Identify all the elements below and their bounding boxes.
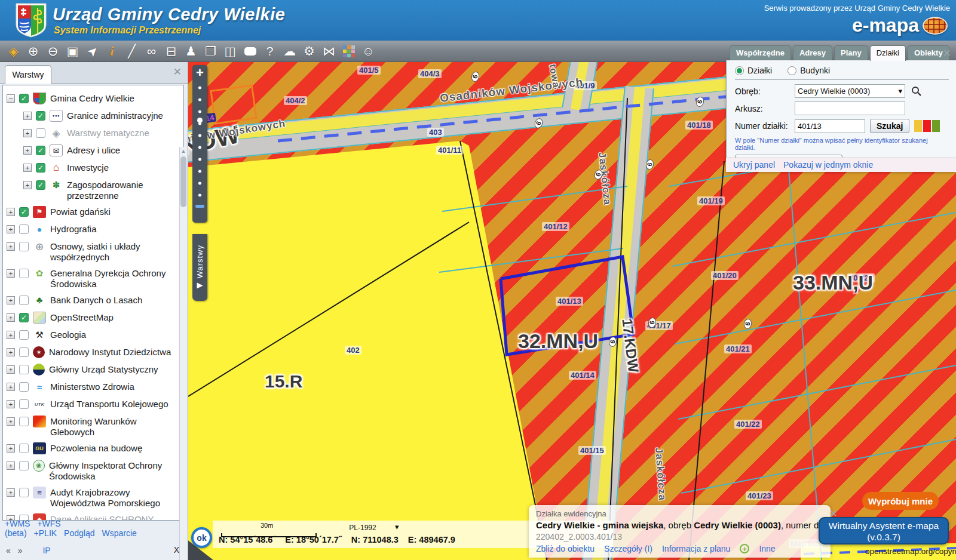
layer-row[interactable]: +≋Audyt Krajobrazowy Województwa Pomorsk… <box>3 484 183 511</box>
popup-link[interactable]: Informacja z planu <box>662 544 730 553</box>
tab-adresy[interactable]: Adresy <box>793 45 832 60</box>
legend-swatch[interactable] <box>932 120 940 132</box>
layer-row[interactable]: +♣Bank Danych o Lasach <box>3 292 183 309</box>
layer-checkbox[interactable] <box>19 488 29 497</box>
zoom-in-button[interactable]: ⊕ <box>23 42 43 61</box>
layer-row[interactable]: +Główny Urząd Statystyczny <box>3 361 183 379</box>
ok-button[interactable]: ok <box>191 527 212 548</box>
layer-row[interactable]: +GUPozwolenia na budowę <box>3 440 183 457</box>
layer-checkbox[interactable]: ✓ <box>19 94 29 103</box>
crs-chevron-icon[interactable]: ▾ <box>395 522 399 531</box>
help-button[interactable]: ? <box>260 42 280 61</box>
layer-row[interactable]: +◈Warstwy tematyczne <box>3 125 183 142</box>
search-icon[interactable] <box>911 86 921 96</box>
layer-row[interactable]: +UTKUrząd Transportu Kolejowego <box>3 396 183 413</box>
expander-plus-icon[interactable]: + <box>7 313 15 322</box>
footer-link[interactable]: Podgląd <box>64 528 94 538</box>
ip-link[interactable]: IP <box>42 546 50 555</box>
szukaj-button[interactable]: Szukaj <box>870 119 909 133</box>
popup-link[interactable]: Inne <box>759 544 775 553</box>
tab-plany[interactable]: Plany <box>834 45 868 60</box>
numer-dzialki-input[interactable] <box>795 119 865 133</box>
expander-plus-icon[interactable]: + <box>7 444 15 453</box>
layout-button[interactable]: ◫ <box>220 42 240 61</box>
cloud-button[interactable]: ☁ <box>280 42 299 61</box>
layer-row[interactable]: +≈Ministerstwo Zdrowia <box>3 379 183 396</box>
arkusz-input[interactable] <box>795 101 905 115</box>
sidebar-bottom-close[interactable]: X <box>174 545 179 555</box>
expander-plus-icon[interactable]: + <box>7 417 15 426</box>
expander-plus-icon[interactable]: + <box>23 129 32 137</box>
scrollbar-thumb[interactable] <box>180 156 186 207</box>
layer-row[interactable]: +⊕Osnowy, siatki i układy współrzędnych <box>3 238 183 265</box>
obreb-select[interactable]: Cedry Wielkie (0003) ▾ <box>795 84 905 98</box>
expander-minus-icon[interactable]: − <box>7 94 15 103</box>
layer-row[interactable]: +✓✉Adresy i ulice <box>3 142 183 159</box>
expander-plus-icon[interactable]: + <box>7 461 15 470</box>
layer-checkbox[interactable] <box>19 382 29 392</box>
legend-swatch[interactable] <box>914 120 922 132</box>
expander-plus-icon[interactable]: + <box>7 400 15 408</box>
expander-plus-icon[interactable]: + <box>7 225 15 233</box>
layer-row[interactable]: +✓⌂Inwestycje <box>3 159 183 177</box>
layer-checkbox[interactable] <box>19 461 29 470</box>
layers-button[interactable]: ◈ <box>4 42 23 61</box>
footer-link[interactable]: +WMS <box>5 519 30 528</box>
layer-row[interactable]: +Monitoring Warunków Glebowych <box>3 413 183 440</box>
cursor-button[interactable]: ➤ <box>82 42 102 61</box>
footer-link[interactable]: Wsparcie <box>102 528 137 538</box>
palette-button[interactable] <box>339 42 358 61</box>
layer-checkbox[interactable]: ✓ <box>36 180 45 190</box>
layer-checkbox[interactable] <box>19 347 29 357</box>
layer-checkbox[interactable] <box>19 242 29 251</box>
crs-selector[interactable]: PL-1992 <box>330 524 396 532</box>
popup-link[interactable]: Szczegóły (I) <box>604 544 652 553</box>
panel-link[interactable]: Pokazuj w jednym oknie <box>783 160 873 170</box>
expander-plus-icon[interactable]: + <box>23 112 32 120</box>
link-button[interactable]: ∞ <box>142 42 161 61</box>
virtual-assistant-button[interactable]: Wirtualny Asystent e-mapa (v.0.3.7) <box>819 517 949 544</box>
layer-checkbox[interactable] <box>19 444 29 453</box>
layers-collapse-tab[interactable]: ◀ Warstwy <box>192 234 207 301</box>
radio-budynki[interactable] <box>788 66 796 75</box>
legend-swatch[interactable] <box>923 120 931 132</box>
zoom-control[interactable]: + <box>192 65 207 223</box>
zoom-slider-handle[interactable] <box>197 118 203 123</box>
layer-checkbox[interactable] <box>19 330 29 340</box>
layer-checkbox[interactable] <box>19 269 29 278</box>
measure-button[interactable]: ╱ <box>122 42 142 61</box>
popup-link[interactable]: Zbliż do obiektu <box>536 544 595 553</box>
print-button[interactable]: ⊟ <box>161 42 181 61</box>
zoom-slider[interactable] <box>192 82 207 201</box>
expander-plus-icon[interactable]: + <box>7 296 15 304</box>
layer-checkbox[interactable] <box>19 417 29 426</box>
layer-checkbox[interactable] <box>36 128 45 138</box>
select-area-button[interactable]: ▣ <box>63 42 82 61</box>
layer-checkbox[interactable]: ✓ <box>36 163 45 173</box>
expander-plus-icon[interactable]: + <box>7 365 15 374</box>
zoom-out-button[interactable] <box>195 205 204 208</box>
layer-row[interactable]: +✓✽Zagospodarowanie przestrzenne <box>3 177 183 204</box>
zoom-in-button[interactable]: + <box>192 65 207 81</box>
panel-close-icon[interactable]: ✕ <box>943 47 951 60</box>
layer-checkbox[interactable] <box>19 399 29 409</box>
compare-button[interactable]: ⋈ <box>319 42 339 61</box>
layer-row[interactable]: +✶Narodowy Instytut Dziedzictwa <box>3 344 183 361</box>
expander-plus-icon[interactable]: + <box>7 383 15 391</box>
layer-checkbox[interactable] <box>19 224 29 234</box>
zoom-out-button[interactable]: ⊖ <box>43 42 63 61</box>
layer-checkbox[interactable]: ✓ <box>36 111 45 121</box>
expander-plus-icon[interactable]: + <box>7 348 15 356</box>
layer-row[interactable]: +●Hydrografia <box>3 221 183 238</box>
tab-warstwy[interactable]: Warstwy <box>5 65 51 84</box>
layer-row[interactable]: +✓▪▪▪Granice administracyjne <box>3 107 183 125</box>
layer-row[interactable]: +✓⚑Powiat gdański <box>3 204 183 221</box>
page-next-button[interactable]: » <box>18 546 23 555</box>
layer-checkbox[interactable] <box>19 365 29 374</box>
radio-dzialki[interactable] <box>735 66 744 75</box>
layer-row[interactable]: +⚒Geologia <box>3 327 183 344</box>
layer-checkbox[interactable]: ✓ <box>19 207 29 217</box>
assistant-button[interactable]: ☺ <box>358 42 378 61</box>
expander-plus-icon[interactable]: + <box>7 242 15 251</box>
copy-window-button[interactable]: ❐ <box>201 42 220 61</box>
